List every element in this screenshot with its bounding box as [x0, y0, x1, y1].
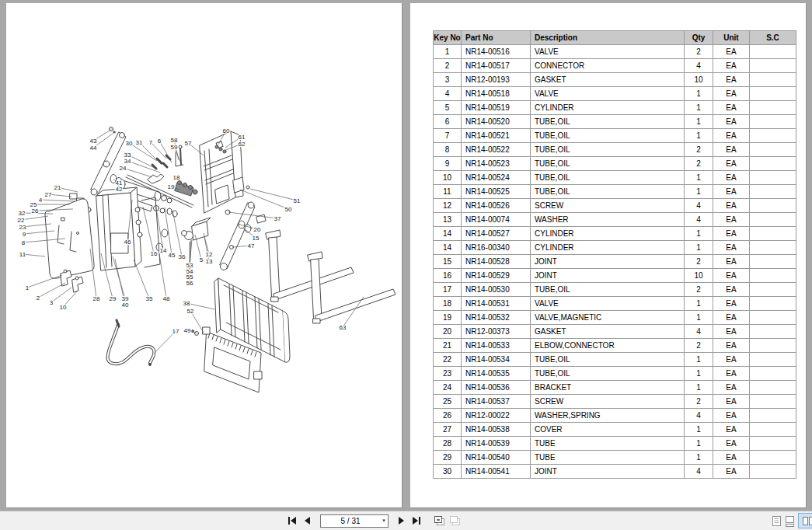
table-cell: 2	[434, 59, 462, 73]
svg-text:16: 16	[151, 250, 158, 257]
svg-text:10: 10	[60, 304, 67, 311]
svg-text:43: 43	[90, 138, 97, 145]
table-cell: 2	[685, 255, 713, 269]
view-history	[432, 514, 463, 528]
table-cell: 17	[434, 283, 462, 297]
table-cell: 1	[685, 297, 713, 311]
table-row: 6NR14-00520TUBE,OIL1EA	[434, 115, 796, 129]
table-cell: EA	[713, 297, 750, 311]
table-cell: TUBE,OIL	[531, 367, 685, 381]
table-cell: 1	[685, 129, 713, 143]
viewer-toolbar: 5 / 31 ▾	[0, 511, 812, 530]
table-row: 3NR12-00193GASKET10EA	[434, 73, 796, 87]
next-view-icon[interactable]	[448, 514, 463, 528]
svg-text:12: 12	[206, 251, 213, 258]
table-cell: SCREW	[531, 395, 685, 409]
table-row: 8NR14-00522TUBE,OIL2EA	[434, 143, 796, 157]
table-cell	[750, 283, 796, 297]
table-cell: TUBE,OIL	[531, 185, 685, 199]
table-row: 15NR14-00528JOINT2EA	[434, 255, 796, 269]
table-cell: 2	[685, 143, 713, 157]
svg-text:3: 3	[50, 299, 54, 306]
table-cell: EA	[713, 381, 750, 395]
table-cell: 4	[434, 87, 462, 101]
page-dropdown-icon[interactable]: ▾	[380, 518, 388, 524]
table-cell: EA	[713, 129, 750, 143]
table-row: 19NR14-00532VALVE,MAGNETIC1EA	[434, 311, 796, 325]
table-cell: EA	[713, 59, 750, 73]
page-number-field[interactable]: 5 / 31 ▾	[320, 514, 389, 528]
table-cell	[750, 255, 796, 269]
table-row: 29NR14-00540TUBE1EA	[434, 451, 796, 465]
page-indicator[interactable]: 5 / 31	[321, 517, 380, 525]
svg-text:52: 52	[187, 308, 194, 315]
table-cell: 3	[434, 73, 462, 87]
table-cell	[750, 325, 796, 339]
table-cell: NR14-00532	[462, 311, 531, 325]
table-cell: NR14-00540	[462, 451, 531, 465]
table-cell: EA	[713, 171, 750, 185]
table-cell: EA	[713, 269, 750, 283]
svg-text:58: 58	[171, 137, 178, 144]
svg-text:42: 42	[116, 186, 123, 193]
column-header: Part No	[462, 31, 531, 45]
table-cell: NR14-00523	[462, 157, 531, 171]
table-cell: 12	[434, 199, 462, 213]
table-cell: 1	[685, 437, 713, 451]
table-cell: 9	[434, 157, 462, 171]
table-cell: 25	[434, 395, 462, 409]
table-cell: NR12-00022	[462, 409, 531, 423]
table-cell: 1	[685, 367, 713, 381]
continuous-view-icon[interactable]	[783, 514, 796, 528]
last-page-button[interactable]	[409, 514, 424, 528]
table-cell: EA	[713, 367, 750, 381]
table-cell	[750, 381, 796, 395]
previous-view-icon[interactable]	[432, 514, 448, 528]
svg-text:59: 59	[171, 144, 178, 151]
table-cell	[750, 199, 796, 213]
page-right-table: Key NoPart NoDescriptionQtyUnitS.C 1NR14…	[410, 3, 807, 508]
svg-text:47: 47	[248, 242, 255, 249]
facing-view-icon[interactable]	[798, 513, 812, 528]
svg-text:46: 46	[124, 239, 131, 246]
table-cell: 18	[434, 297, 462, 311]
table-cell	[750, 437, 796, 451]
svg-text:50: 50	[285, 206, 292, 213]
table-cell: NR14-00520	[462, 115, 531, 129]
pdf-viewer-window: { "viewer": { "page_indicator": "5 / 31"…	[0, 0, 812, 530]
table-cell: NR14-00534	[462, 353, 531, 367]
table-cell: 14	[434, 227, 462, 241]
table-cell: TUBE,OIL	[531, 157, 685, 171]
svg-text:60: 60	[223, 127, 230, 134]
table-cell: 19	[434, 311, 462, 325]
previous-page-button[interactable]	[300, 514, 315, 528]
table-row: 5NR14-00519CYLINDER1EA	[434, 101, 796, 115]
table-cell: 1	[685, 353, 713, 367]
table-cell: 1	[685, 311, 713, 325]
table-row: 18NR14-00531VALVE1EA	[434, 297, 796, 311]
document-area: 4344303176585957606162333424414218192127…	[0, 0, 812, 511]
table-cell: 14	[434, 241, 462, 255]
svg-text:19: 19	[168, 183, 175, 190]
table-cell: 4	[685, 409, 713, 423]
svg-text:40: 40	[122, 302, 129, 309]
svg-text:11: 11	[19, 251, 26, 258]
table-cell: EA	[713, 423, 750, 437]
svg-text:45: 45	[169, 252, 176, 259]
next-page-button[interactable]	[393, 514, 409, 528]
first-page-button[interactable]	[284, 514, 300, 528]
table-cell	[750, 157, 796, 171]
table-cell: 30	[434, 465, 462, 479]
table-cell: TUBE,OIL	[531, 129, 685, 143]
table-cell: NR14-00538	[462, 423, 531, 437]
table-cell: TUBE,OIL	[531, 171, 685, 185]
table-cell: NR14-00074	[462, 213, 531, 227]
parts-table: Key NoPart NoDescriptionQtyUnitS.C 1NR14…	[433, 30, 796, 479]
single-page-view-icon[interactable]	[770, 514, 783, 528]
table-cell: EA	[713, 227, 750, 241]
table-cell: 2	[685, 157, 713, 171]
table-row: 7NR14-00521TUBE,OIL1EA	[434, 129, 796, 143]
table-cell	[750, 353, 796, 367]
table-cell: CYLINDER	[531, 227, 685, 241]
svg-text:6: 6	[158, 138, 162, 145]
